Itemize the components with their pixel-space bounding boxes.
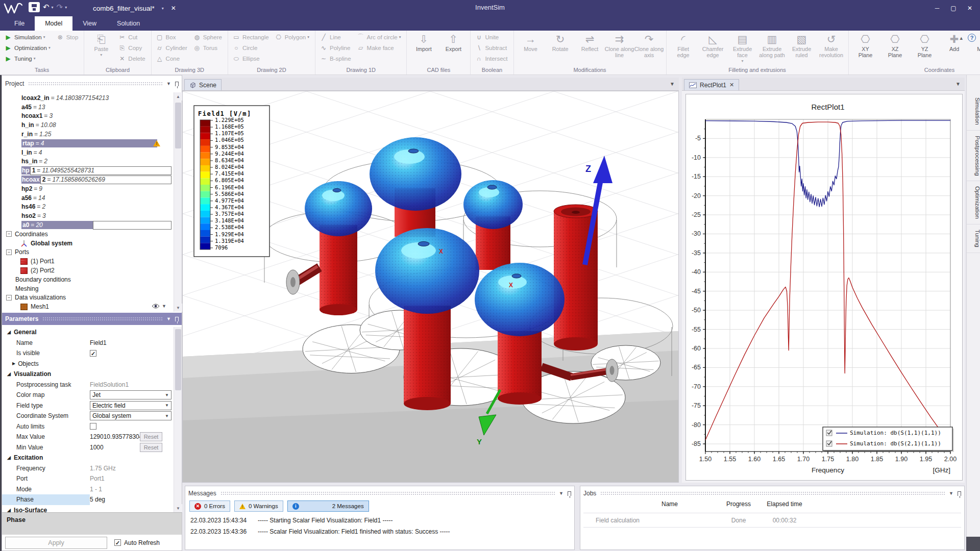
messages-filter-2-messages[interactable]: i2 Messages (287, 500, 369, 512)
parameters-scrollbar[interactable]: ▼ (174, 327, 182, 512)
expander-icon[interactable]: − (6, 231, 12, 237)
parameters-row-objects[interactable]: ▶Objects (2, 359, 174, 369)
dock-tab-postprocessing[interactable]: Postprocessing (967, 131, 980, 182)
jobs-panel-menu-icon[interactable]: ▼ (949, 491, 953, 496)
tree-parameter-r-in[interactable]: r_in=1.25 (2, 130, 174, 139)
tree-parameter-hcoax1[interactable]: hcoax1=3 (2, 112, 174, 121)
menu-tab-solution[interactable]: Solution (107, 16, 150, 31)
scene-viewport[interactable]: Z Y X X Field1 [V/m] 1.229E+051.168E+051… (182, 91, 679, 483)
menu-tab-model[interactable]: Model (35, 16, 72, 31)
jobs-panel-pin-icon[interactable] (958, 491, 961, 496)
tree-node-1-port1[interactable]: (1) Port1 (2, 257, 174, 266)
tree-parameter-h-in[interactable]: h_in=10.08 (2, 120, 174, 130)
tree-node-ports[interactable]: −Ports (2, 248, 174, 257)
dock-tab-tuning[interactable]: Tuning (967, 224, 980, 253)
tree-parameter-hs-in[interactable]: hs_in=2 (2, 157, 174, 166)
window-minimize-button[interactable]: ─ (929, 0, 945, 16)
visibility-eye-icon[interactable] (152, 303, 160, 309)
reset-button[interactable]: Reset (140, 432, 162, 441)
apply-button[interactable]: Apply (5, 537, 107, 549)
ribbon-item-xz-plane[interactable]: ⎔XZPlane (880, 32, 910, 58)
tree-parameter-rtap[interactable]: rtap=4 (2, 139, 174, 148)
menu-tab-file[interactable]: File (4, 16, 35, 31)
tree-node-mesh1[interactable]: Mesh1▼ (2, 302, 174, 311)
visibility-dropdown-icon[interactable]: ▼ (162, 304, 166, 309)
ribbon-item-optimization[interactable]: ▶Optimization▾ (2, 42, 54, 53)
tree-scroll-up-icon[interactable]: ▲ (174, 92, 182, 101)
help-icon[interactable]: ? (968, 34, 976, 42)
dock-tab-simulation[interactable]: Simulation (967, 92, 980, 131)
parameters-scroll-down-icon[interactable]: ▼ (174, 504, 182, 512)
parameter-edit-field[interactable]: 1=11.0495255428731 (30, 166, 172, 175)
tree-scrollbar[interactable]: ▲ ▼ (174, 92, 182, 312)
tree-parameter-hso2[interactable]: hso2=3 (2, 211, 174, 220)
parameter-select[interactable]: Global system▼ (90, 411, 172, 420)
ribbon-item-yz-plane[interactable]: ⎔YZPlane (910, 32, 940, 58)
tree-node-boundary-conditions[interactable]: Boundary conditions (2, 275, 174, 284)
dock-tab-optimization[interactable]: Optimization (967, 181, 980, 224)
ribbon-item-tuning[interactable]: ▶Tuning▾ (2, 53, 54, 64)
tree-parameter-hp1[interactable]: hp1=11.0495255428731 (2, 166, 174, 175)
messages-filter-0-warnings[interactable]: 0 Warnings (234, 500, 283, 512)
ribbon-group-label: Drawing 3D (154, 66, 226, 74)
tab-scene[interactable]: Scene (184, 79, 222, 90)
ribbon-item-xy-plane[interactable]: ⎔XYPlane (851, 32, 880, 58)
messages-panel-pin-icon[interactable] (568, 491, 571, 496)
ribbon-collapse-icon[interactable]: ▴ (960, 35, 963, 41)
tree-parameter-l-in[interactable]: l_in=4 (2, 148, 174, 157)
plot-panel-menu-icon[interactable]: ▼ (955, 81, 961, 87)
ribbon-item-export[interactable]: ⇧Export (438, 32, 468, 52)
parameter-edit-field[interactable]: 2=17.1585860526269 (40, 176, 172, 184)
parameter-edit-field[interactable] (93, 221, 172, 230)
parameter-label: Field type (2, 400, 90, 411)
parameter-select[interactable]: Jet▼ (90, 390, 172, 399)
tree-node-meshing[interactable]: Meshing (2, 284, 174, 293)
tree-parameter-hp2[interactable]: hp2=9 (2, 184, 174, 193)
tree-node-data-visualizations[interactable]: −Data visualizations (2, 293, 174, 303)
tree-node-coordinates[interactable]: −Coordinates (2, 230, 174, 239)
parameters-section-general[interactable]: ◢General (2, 327, 174, 338)
expander-icon[interactable]: − (6, 249, 12, 255)
tree-parameter-hs46[interactable]: hs46=2 (2, 203, 174, 212)
ribbon-item-simulation[interactable]: ▶Simulation▾ (2, 32, 54, 42)
ribbon-item-import[interactable]: ⇩Import (409, 32, 438, 52)
section-collapse-icon[interactable]: ◢ (7, 371, 11, 377)
parameter-checkbox[interactable] (90, 423, 96, 430)
tree-node-2-port2[interactable]: (2) Port2 (2, 266, 174, 275)
dropdown-icon: ▾ (34, 56, 36, 61)
tree-parameter-hcoax2[interactable]: hcoax2=17.1585860526269 (2, 175, 174, 184)
parameters-section-visualization[interactable]: ◢Visualization (2, 369, 174, 380)
parameter-label[interactable]: Phase (2, 494, 90, 505)
tree-node-global-system[interactable]: Global system (2, 239, 174, 248)
tree-parameter-a45[interactable]: a45=13 (2, 103, 174, 112)
expand-icon[interactable]: ▶ (12, 361, 15, 366)
section-collapse-icon[interactable]: ◢ (7, 455, 11, 460)
project-panel-pin-icon[interactable] (175, 82, 179, 86)
parameters-section-iso-surface[interactable]: ◢Iso-Surface (2, 505, 174, 513)
rect-plot[interactable]: RectPlot1-5-10-15-20-25-30-35-40-45-50-5… (686, 94, 962, 480)
expander-icon[interactable]: − (6, 295, 12, 300)
tree-parameter-lcoax2-in[interactable]: lcoax2_in=14.1803877154213 (2, 93, 174, 103)
parameter-select[interactable]: Electric field▼ (90, 401, 172, 410)
parameters-panel-pin-icon[interactable] (175, 317, 179, 321)
tree-scroll-down-icon[interactable]: ▼ (174, 304, 182, 312)
window-maximize-button[interactable]: ▢ (945, 0, 962, 16)
section-collapse-icon[interactable]: ◢ (7, 330, 11, 335)
window-close-button[interactable]: ✕ (962, 0, 978, 16)
parameters-section-excitation[interactable]: ◢Excitation (2, 453, 174, 463)
messages-filter-0-errors[interactable]: ✕0 Errors (189, 500, 230, 512)
auto-refresh-checkbox[interactable]: ✓ (114, 539, 121, 546)
tree-parameter-a56[interactable]: a56=14 (2, 193, 174, 203)
reset-button[interactable]: Reset (140, 443, 162, 452)
section-collapse-icon[interactable]: ◢ (7, 508, 11, 512)
ribbon-group-clipboard: ⎗Paste▾✂Cut⎘Copy✕DeleteClipboard (84, 31, 151, 74)
messages-panel-menu-icon[interactable]: ▼ (559, 491, 564, 496)
tab-rectplot1-close-icon[interactable]: ✕ (729, 82, 734, 88)
parameter-checkbox[interactable]: ✓ (90, 350, 96, 357)
parameters-panel-menu-icon[interactable]: ▼ (166, 316, 171, 321)
menu-tab-view[interactable]: View (72, 16, 107, 31)
tree-parameter-a0[interactable]: a0=20 (2, 220, 174, 230)
tab-rectplot1[interactable]: RectPlot1 ✕ (684, 79, 739, 90)
project-panel-menu-icon[interactable]: ▼ (166, 81, 171, 86)
scene-panel-menu-icon[interactable]: ▼ (670, 81, 675, 87)
